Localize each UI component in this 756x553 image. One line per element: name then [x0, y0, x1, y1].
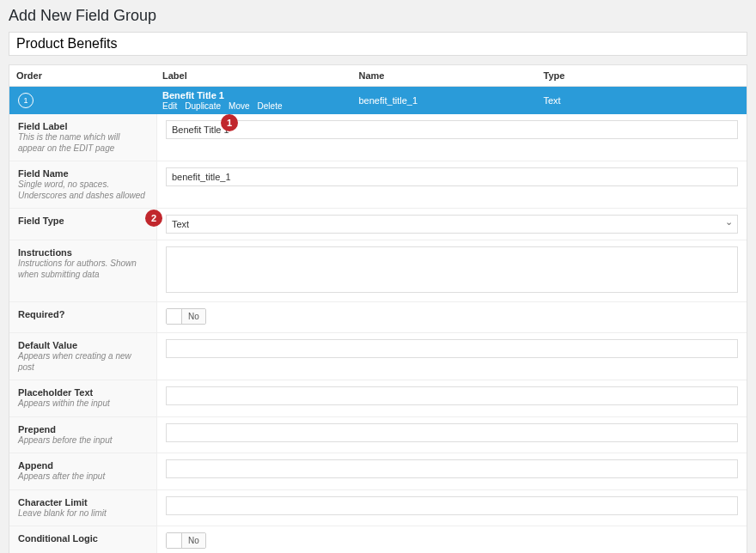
instructions-hint: Instructions for authors. Shown when sub… [18, 258, 148, 280]
field-settings: Field Label This is the name which will … [9, 114, 747, 553]
field-label-input[interactable] [166, 120, 738, 139]
row-field-type: Text [544, 95, 741, 106]
placeholder-hint: Appears within the input [18, 398, 148, 410]
cond-logic-label: Conditional Logic [18, 533, 148, 544]
header-order: Order [16, 70, 162, 81]
default-value-label: Default Value [18, 340, 148, 350]
placeholder-input[interactable] [166, 386, 738, 405]
prepend-input[interactable] [166, 423, 738, 442]
required-toggle[interactable]: No [166, 308, 206, 325]
field-name-input[interactable] [166, 167, 738, 186]
placeholder-label: Placeholder Text [18, 387, 148, 398]
instructions-input[interactable] [166, 246, 738, 293]
instructions-label: Instructions [18, 247, 148, 258]
prepend-hint: Appears before the input [18, 435, 148, 447]
fields-table-header: Order Label Name Type [9, 65, 747, 87]
char-limit-label: Character Limit [18, 497, 148, 507]
cond-logic-state: No [182, 533, 205, 548]
char-limit-input[interactable] [166, 496, 738, 515]
fields-panel: Order Label Name Type 1 Benefit Title 1 … [9, 64, 747, 553]
default-value-input[interactable] [166, 339, 738, 358]
row-actions: Edit Duplicate Move Delete [162, 100, 359, 111]
row-action-duplicate[interactable]: Duplicate [185, 101, 221, 111]
append-hint: Appears after the input [18, 471, 148, 483]
header-name: Name [359, 70, 544, 81]
field-type-select[interactable]: Text [166, 215, 738, 234]
header-label: Label [162, 70, 359, 81]
annotation-1-icon: 1 [221, 114, 238, 131]
field-type-label: Field Type [18, 216, 148, 226]
field-name-label: Field Name [18, 168, 148, 179]
row-action-delete[interactable]: Delete [258, 101, 283, 111]
append-input[interactable] [166, 459, 738, 478]
append-label: Append [18, 460, 148, 471]
group-title-input[interactable] [9, 32, 747, 56]
char-limit-hint: Leave blank for no limit [18, 508, 148, 520]
row-field-name: benefit_title_1 [359, 95, 544, 106]
order-badge: 1 [18, 93, 34, 108]
field-label-label: Field Label [18, 121, 148, 131]
page-title: Add New Field Group [9, 7, 747, 25]
prepend-label: Prepend [18, 424, 148, 434]
field-label-hint: This is the name which will appear on th… [18, 132, 148, 154]
cond-logic-toggle[interactable]: No [166, 532, 206, 549]
row-field-label: Benefit Title 1 [162, 90, 359, 100]
row-action-edit[interactable]: Edit [162, 101, 177, 111]
field-name-hint: Single word, no spaces. Underscores and … [18, 179, 148, 201]
default-value-hint: Appears when creating a new post [18, 351, 148, 373]
field-row[interactable]: 1 Benefit Title 1 Edit Duplicate Move De… [9, 87, 747, 114]
required-label: Required? [18, 309, 148, 319]
required-state: No [182, 309, 205, 324]
row-action-move[interactable]: Move [229, 101, 249, 111]
annotation-2-icon: 2 [145, 210, 162, 227]
header-type: Type [544, 70, 741, 81]
